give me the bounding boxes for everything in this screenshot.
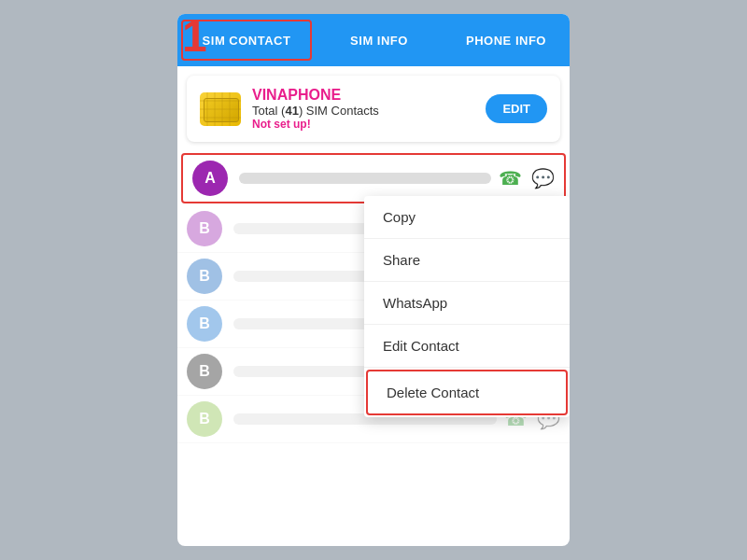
tab-phone-info[interactable]: PHONE INFO <box>443 14 570 66</box>
tab-sim-info[interactable]: SIM INFO <box>316 14 443 66</box>
sim-info-card: VINAPHONE Total (41) SIM Contacts Not se… <box>187 76 560 142</box>
context-menu-copy[interactable]: Copy <box>364 196 570 239</box>
context-menu-delete-contact[interactable]: Delete Contact <box>366 370 568 415</box>
context-menu-whatsapp[interactable]: WhatsApp <box>364 282 570 325</box>
tab-sim-contact-label: SIM CONTACT <box>203 34 291 48</box>
sim-not-set: Not set up! <box>252 118 486 131</box>
contact-name-bar <box>239 173 491 184</box>
avatar-b3: B <box>187 306 222 342</box>
phone-frame: 1 SIM CONTACT SIM INFO PHONE INFO VIN <box>177 14 570 546</box>
tab-bar: SIM CONTACT SIM INFO PHONE INFO <box>177 14 570 66</box>
contact-list: 2 3 A ☎ 💬 B B B B B <box>177 151 570 546</box>
call-icon[interactable]: ☎ <box>499 167 522 189</box>
message-icon[interactable]: 💬 <box>531 167 555 189</box>
tab-sim-info-label: SIM INFO <box>350 34 408 48</box>
sim-carrier-name: VINAPHONE <box>252 87 486 104</box>
sim-info-text: VINAPHONE Total (41) SIM Contacts Not se… <box>252 87 486 131</box>
context-menu-share[interactable]: Share <box>364 239 570 282</box>
avatar-b5: B <box>187 401 222 437</box>
contact-actions: ☎ 💬 <box>499 167 555 189</box>
sim-total-count: Total (41) SIM Contacts <box>252 104 486 118</box>
tab-sim-contact[interactable]: SIM CONTACT <box>181 20 312 61</box>
context-menu: Copy Share WhatsApp Edit Contact Delete … <box>364 196 570 417</box>
context-menu-edit-contact[interactable]: Edit Contact <box>364 325 570 368</box>
avatar-b4: B <box>187 354 222 389</box>
avatar-a: A <box>192 161 228 196</box>
tab-phone-info-label: PHONE INFO <box>466 34 546 48</box>
sim-chip-icon <box>200 92 241 126</box>
edit-button[interactable]: EDIT <box>486 94 547 123</box>
avatar-b2: B <box>187 259 222 294</box>
avatar-b1: B <box>187 211 222 246</box>
